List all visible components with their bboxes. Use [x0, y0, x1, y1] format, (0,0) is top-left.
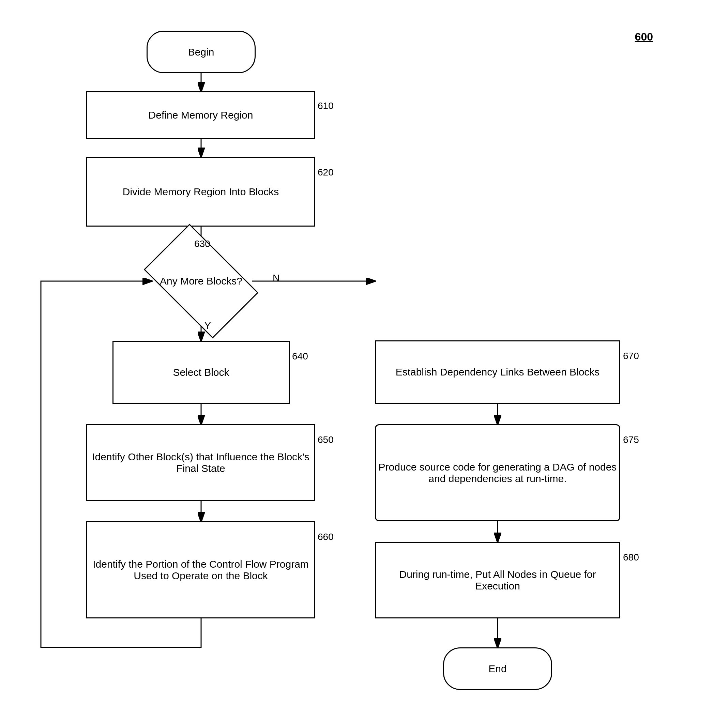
node-610: Define Memory Region — [86, 91, 315, 139]
label-660: 660 — [318, 531, 334, 542]
node-680: During run-time, Put All Nodes in Queue … — [375, 542, 620, 618]
flowchart-diagram: 600 Begin — [0, 0, 728, 722]
node-650: Identify Other Block(s) that Influence t… — [86, 424, 315, 501]
end-node: End — [443, 647, 552, 690]
label-650: 650 — [318, 434, 334, 445]
node-670: Establish Dependency Links Between Block… — [375, 340, 620, 404]
label-640: 640 — [292, 351, 308, 362]
node-640: Select Block — [112, 341, 290, 404]
label-620: 620 — [318, 167, 334, 178]
diagram-label: 600 — [635, 31, 653, 43]
label-670: 670 — [623, 351, 639, 362]
node-660: Identify the Portion of the Control Flow… — [86, 521, 315, 618]
begin-node: Begin — [147, 31, 255, 73]
label-630: 630 — [194, 238, 210, 249]
label-610: 610 — [318, 101, 334, 111]
node-620: Divide Memory Region Into Blocks — [86, 157, 315, 227]
y-label: Y — [205, 320, 211, 331]
label-675: 675 — [623, 434, 639, 445]
node-630: Any More Blocks? — [152, 249, 250, 313]
node-675: Produce source code for generating a DAG… — [375, 424, 620, 521]
n-label: N — [273, 273, 280, 284]
label-680: 680 — [623, 552, 639, 563]
